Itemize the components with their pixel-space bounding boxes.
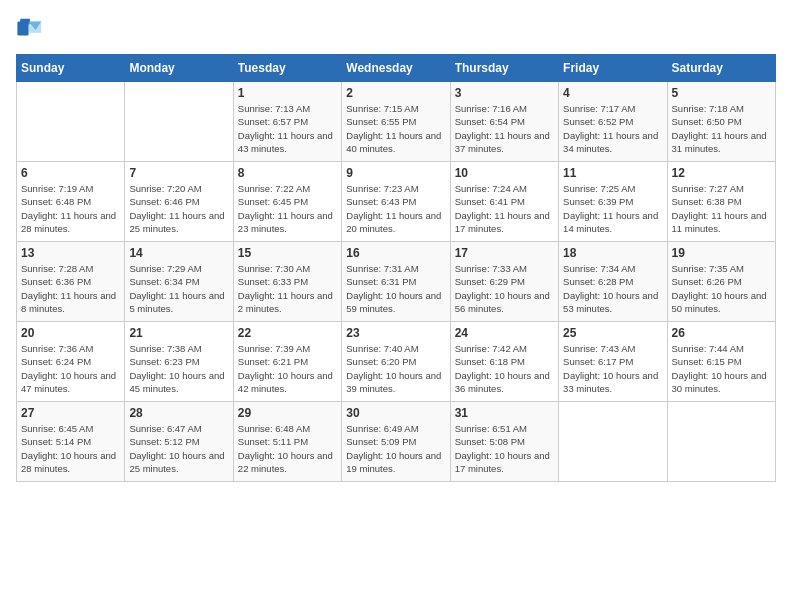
cell-content: Sunrise: 7:36 AM Sunset: 6:24 PM Dayligh…	[21, 342, 120, 395]
calendar-cell: 20Sunrise: 7:36 AM Sunset: 6:24 PM Dayli…	[17, 322, 125, 402]
svg-marker-3	[29, 22, 42, 33]
cell-content: Sunrise: 6:49 AM Sunset: 5:09 PM Dayligh…	[346, 422, 445, 475]
day-number: 17	[455, 246, 554, 260]
calendar-cell: 4Sunrise: 7:17 AM Sunset: 6:52 PM Daylig…	[559, 82, 667, 162]
calendar-cell: 2Sunrise: 7:15 AM Sunset: 6:55 PM Daylig…	[342, 82, 450, 162]
day-number: 24	[455, 326, 554, 340]
day-number: 31	[455, 406, 554, 420]
day-number: 16	[346, 246, 445, 260]
day-number: 11	[563, 166, 662, 180]
day-number: 6	[21, 166, 120, 180]
calendar-cell: 29Sunrise: 6:48 AM Sunset: 5:11 PM Dayli…	[233, 402, 341, 482]
calendar-cell: 17Sunrise: 7:33 AM Sunset: 6:29 PM Dayli…	[450, 242, 558, 322]
day-header-sunday: Sunday	[17, 55, 125, 82]
page-header	[16, 16, 776, 44]
day-number: 14	[129, 246, 228, 260]
cell-content: Sunrise: 7:30 AM Sunset: 6:33 PM Dayligh…	[238, 262, 337, 315]
calendar-cell: 8Sunrise: 7:22 AM Sunset: 6:45 PM Daylig…	[233, 162, 341, 242]
cell-content: Sunrise: 7:13 AM Sunset: 6:57 PM Dayligh…	[238, 102, 337, 155]
day-number: 25	[563, 326, 662, 340]
day-number: 27	[21, 406, 120, 420]
calendar-cell: 1Sunrise: 7:13 AM Sunset: 6:57 PM Daylig…	[233, 82, 341, 162]
calendar-cell: 22Sunrise: 7:39 AM Sunset: 6:21 PM Dayli…	[233, 322, 341, 402]
calendar-week-0: 1Sunrise: 7:13 AM Sunset: 6:57 PM Daylig…	[17, 82, 776, 162]
day-number: 12	[672, 166, 771, 180]
day-header-friday: Friday	[559, 55, 667, 82]
cell-content: Sunrise: 7:34 AM Sunset: 6:28 PM Dayligh…	[563, 262, 662, 315]
calendar-cell: 18Sunrise: 7:34 AM Sunset: 6:28 PM Dayli…	[559, 242, 667, 322]
day-number: 19	[672, 246, 771, 260]
cell-content: Sunrise: 7:16 AM Sunset: 6:54 PM Dayligh…	[455, 102, 554, 155]
day-number: 4	[563, 86, 662, 100]
cell-content: Sunrise: 7:15 AM Sunset: 6:55 PM Dayligh…	[346, 102, 445, 155]
day-number: 18	[563, 246, 662, 260]
cell-content: Sunrise: 7:40 AM Sunset: 6:20 PM Dayligh…	[346, 342, 445, 395]
day-header-thursday: Thursday	[450, 55, 558, 82]
calendar-cell: 19Sunrise: 7:35 AM Sunset: 6:26 PM Dayli…	[667, 242, 775, 322]
day-number: 8	[238, 166, 337, 180]
logo-icon	[16, 16, 44, 44]
calendar-cell: 26Sunrise: 7:44 AM Sunset: 6:15 PM Dayli…	[667, 322, 775, 402]
calendar-cell: 13Sunrise: 7:28 AM Sunset: 6:36 PM Dayli…	[17, 242, 125, 322]
day-header-monday: Monday	[125, 55, 233, 82]
calendar-cell: 12Sunrise: 7:27 AM Sunset: 6:38 PM Dayli…	[667, 162, 775, 242]
cell-content: Sunrise: 7:38 AM Sunset: 6:23 PM Dayligh…	[129, 342, 228, 395]
cell-content: Sunrise: 6:48 AM Sunset: 5:11 PM Dayligh…	[238, 422, 337, 475]
day-number: 21	[129, 326, 228, 340]
calendar-cell: 21Sunrise: 7:38 AM Sunset: 6:23 PM Dayli…	[125, 322, 233, 402]
cell-content: Sunrise: 6:45 AM Sunset: 5:14 PM Dayligh…	[21, 422, 120, 475]
calendar-cell	[559, 402, 667, 482]
day-number: 2	[346, 86, 445, 100]
day-header-wednesday: Wednesday	[342, 55, 450, 82]
cell-content: Sunrise: 7:19 AM Sunset: 6:48 PM Dayligh…	[21, 182, 120, 235]
calendar-cell: 28Sunrise: 6:47 AM Sunset: 5:12 PM Dayli…	[125, 402, 233, 482]
cell-content: Sunrise: 7:18 AM Sunset: 6:50 PM Dayligh…	[672, 102, 771, 155]
day-header-tuesday: Tuesday	[233, 55, 341, 82]
day-number: 7	[129, 166, 228, 180]
calendar-cell: 23Sunrise: 7:40 AM Sunset: 6:20 PM Dayli…	[342, 322, 450, 402]
cell-content: Sunrise: 7:42 AM Sunset: 6:18 PM Dayligh…	[455, 342, 554, 395]
calendar-table: SundayMondayTuesdayWednesdayThursdayFrid…	[16, 54, 776, 482]
day-number: 3	[455, 86, 554, 100]
day-number: 1	[238, 86, 337, 100]
day-number: 9	[346, 166, 445, 180]
cell-content: Sunrise: 7:35 AM Sunset: 6:26 PM Dayligh…	[672, 262, 771, 315]
day-number: 20	[21, 326, 120, 340]
cell-content: Sunrise: 7:43 AM Sunset: 6:17 PM Dayligh…	[563, 342, 662, 395]
calendar-cell: 7Sunrise: 7:20 AM Sunset: 6:46 PM Daylig…	[125, 162, 233, 242]
cell-content: Sunrise: 7:20 AM Sunset: 6:46 PM Dayligh…	[129, 182, 228, 235]
cell-content: Sunrise: 7:39 AM Sunset: 6:21 PM Dayligh…	[238, 342, 337, 395]
calendar-cell: 10Sunrise: 7:24 AM Sunset: 6:41 PM Dayli…	[450, 162, 558, 242]
cell-content: Sunrise: 7:28 AM Sunset: 6:36 PM Dayligh…	[21, 262, 120, 315]
calendar-week-1: 6Sunrise: 7:19 AM Sunset: 6:48 PM Daylig…	[17, 162, 776, 242]
day-number: 10	[455, 166, 554, 180]
calendar-cell: 24Sunrise: 7:42 AM Sunset: 6:18 PM Dayli…	[450, 322, 558, 402]
cell-content: Sunrise: 6:47 AM Sunset: 5:12 PM Dayligh…	[129, 422, 228, 475]
calendar-cell	[17, 82, 125, 162]
cell-content: Sunrise: 7:33 AM Sunset: 6:29 PM Dayligh…	[455, 262, 554, 315]
day-number: 5	[672, 86, 771, 100]
calendar-cell: 11Sunrise: 7:25 AM Sunset: 6:39 PM Dayli…	[559, 162, 667, 242]
calendar-cell: 27Sunrise: 6:45 AM Sunset: 5:14 PM Dayli…	[17, 402, 125, 482]
calendar-week-3: 20Sunrise: 7:36 AM Sunset: 6:24 PM Dayli…	[17, 322, 776, 402]
calendar-cell: 31Sunrise: 6:51 AM Sunset: 5:08 PM Dayli…	[450, 402, 558, 482]
cell-content: Sunrise: 7:23 AM Sunset: 6:43 PM Dayligh…	[346, 182, 445, 235]
day-number: 26	[672, 326, 771, 340]
calendar-week-4: 27Sunrise: 6:45 AM Sunset: 5:14 PM Dayli…	[17, 402, 776, 482]
cell-content: Sunrise: 7:25 AM Sunset: 6:39 PM Dayligh…	[563, 182, 662, 235]
day-number: 29	[238, 406, 337, 420]
calendar-cell: 14Sunrise: 7:29 AM Sunset: 6:34 PM Dayli…	[125, 242, 233, 322]
day-number: 23	[346, 326, 445, 340]
cell-content: Sunrise: 7:44 AM Sunset: 6:15 PM Dayligh…	[672, 342, 771, 395]
cell-content: Sunrise: 7:24 AM Sunset: 6:41 PM Dayligh…	[455, 182, 554, 235]
day-number: 28	[129, 406, 228, 420]
calendar-cell: 9Sunrise: 7:23 AM Sunset: 6:43 PM Daylig…	[342, 162, 450, 242]
calendar-cell	[667, 402, 775, 482]
day-number: 13	[21, 246, 120, 260]
calendar-cell	[125, 82, 233, 162]
day-number: 15	[238, 246, 337, 260]
cell-content: Sunrise: 7:31 AM Sunset: 6:31 PM Dayligh…	[346, 262, 445, 315]
calendar-cell: 30Sunrise: 6:49 AM Sunset: 5:09 PM Dayli…	[342, 402, 450, 482]
cell-content: Sunrise: 7:17 AM Sunset: 6:52 PM Dayligh…	[563, 102, 662, 155]
cell-content: Sunrise: 6:51 AM Sunset: 5:08 PM Dayligh…	[455, 422, 554, 475]
